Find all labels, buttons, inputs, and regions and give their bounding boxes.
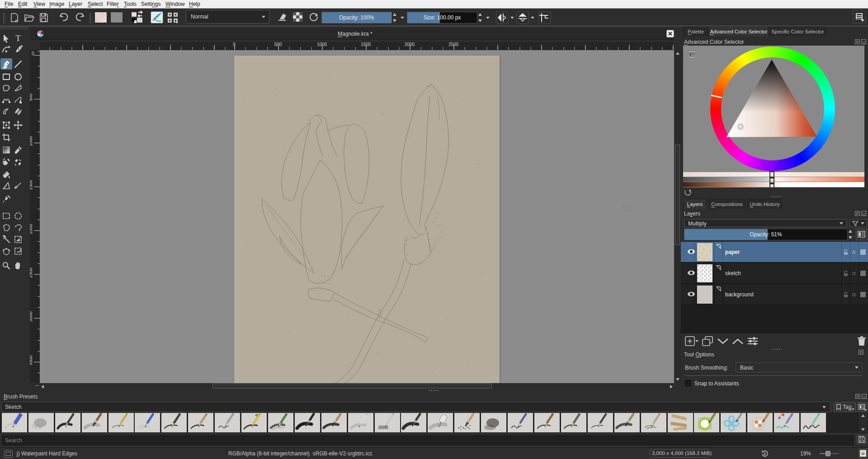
svg-text:T: T: [15, 34, 21, 43]
